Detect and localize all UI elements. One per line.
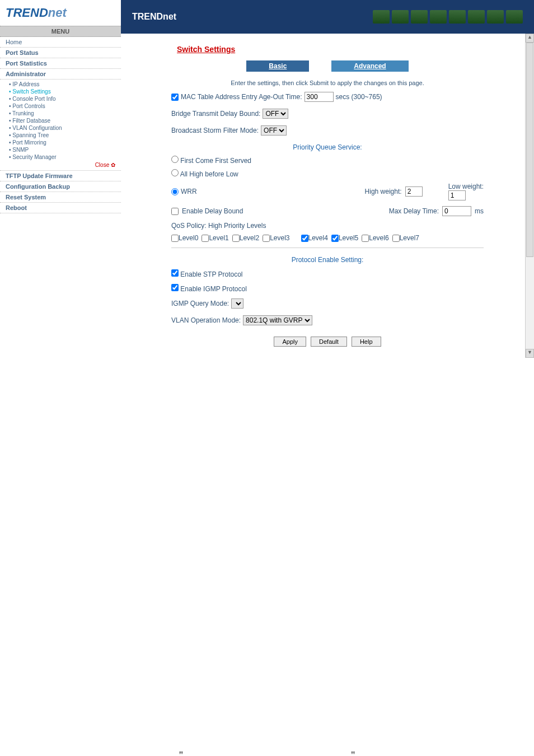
tabs-bar: Basic Advanced <box>154 60 500 72</box>
qos-levels-row: Level0 Level1 Level2 Level3 Level4 Level… <box>171 234 484 242</box>
mac-table-unit: secs (300~765) <box>336 93 382 101</box>
mac-table-row: MAC Table Address Entry Age-Out Time: se… <box>171 92 484 102</box>
mac-table-input[interactable] <box>305 92 334 102</box>
port-led-panel <box>373 10 523 24</box>
delay-bound-label: Enable Delay Bound <box>182 207 243 215</box>
igmp-query-select[interactable] <box>231 298 243 309</box>
default-button[interactable]: Default <box>311 337 347 347</box>
fcfs-label: First Come First Served <box>180 157 251 165</box>
igmp-query-row: IGMP Query Mode: <box>171 298 484 309</box>
allhigh-row: All High before Low <box>171 169 484 178</box>
apply-button[interactable]: Apply <box>274 337 306 347</box>
bridge-delay-label: Bridge Transmit Delay Bound: <box>171 110 260 118</box>
brand-logo: TRENDnet <box>0 0 121 26</box>
menu-home[interactable]: Home <box>0 37 121 48</box>
form-area: Enter the settings, then click Submit to… <box>154 80 500 347</box>
menu-header: MENU <box>0 26 121 37</box>
mac-table-label: MAC Table Address Entry Age-Out Time: <box>181 93 302 101</box>
level0-checkbox[interactable] <box>171 235 179 242</box>
mac-table-checkbox[interactable] <box>171 94 179 101</box>
qos-policy-label: QoS Policy: High Priority Levels <box>171 222 484 230</box>
low-weight-input[interactable] <box>448 190 466 200</box>
storm-filter-row: Broadcast Storm Filter Mode: OFF <box>171 125 484 136</box>
submenu-port-mirroring[interactable]: Port Mirroring <box>6 139 121 146</box>
submenu-filter-database[interactable]: Filter Database <box>6 117 121 124</box>
submenu-vlan-configuration[interactable]: VLAN Configuration <box>6 124 121 132</box>
high-weight-label: High weight: <box>365 188 402 195</box>
vertical-scrollbar[interactable]: ▲ ▼ <box>525 34 534 358</box>
submenu-console-port-info[interactable]: Console Port Info <box>6 95 121 102</box>
header-brand: TRENDnet <box>132 12 176 22</box>
level7-checkbox[interactable] <box>392 235 400 242</box>
menu-tftp-update[interactable]: TFTP Update Firmware <box>0 171 121 181</box>
submenu-port-controls[interactable]: Port Controls <box>6 102 121 110</box>
stp-row: Enable STP Protocol <box>171 269 484 278</box>
protocol-title: Protocol Enable Setting: <box>171 256 484 264</box>
max-delay-unit: ms <box>475 207 484 215</box>
level6-checkbox[interactable] <box>362 235 369 242</box>
menu-port-status[interactable]: Port Status <box>0 48 121 58</box>
menu-port-statistics[interactable]: Port Statistics <box>0 58 121 69</box>
scroll-thumb[interactable] <box>526 43 533 257</box>
admin-submenu: IP Address Switch Settings Console Port … <box>0 80 121 171</box>
level1-checkbox[interactable] <box>202 235 209 242</box>
igmp-checkbox[interactable] <box>171 284 179 291</box>
vlan-mode-select[interactable]: 802.1Q with GVRP <box>243 315 312 325</box>
allhigh-radio[interactable] <box>171 169 179 176</box>
menu-administrator[interactable]: Administrator <box>0 69 121 80</box>
igmp-query-label: IGMP Query Mode: <box>171 300 229 307</box>
allhigh-label: All High before Low <box>180 170 238 178</box>
storm-filter-select[interactable]: OFF <box>261 125 287 136</box>
scroll-up-icon[interactable]: ▲ <box>526 34 534 43</box>
submenu-close[interactable]: Close ✿ <box>6 161 121 169</box>
max-delay-input[interactable] <box>442 206 471 216</box>
main-area: TRENDnet Switch Settings Basic Advanced … <box>121 0 534 358</box>
low-weight-label: Low weight: <box>448 183 484 190</box>
wrr-label: WRR <box>181 188 197 195</box>
submenu-switch-settings[interactable]: Switch Settings <box>6 88 121 95</box>
vlan-mode-label: VLAN Operation Mode: <box>171 316 241 324</box>
submenu-trunking[interactable]: Trunking <box>6 110 121 117</box>
bridge-delay-row: Bridge Transmit Delay Bound: OFF <box>171 109 484 119</box>
igmp-label: Enable IGMP Protocol <box>180 285 247 293</box>
delay-bound-checkbox[interactable] <box>171 208 179 215</box>
sidebar: TRENDnet MENU Home Port Status Port Stat… <box>0 0 121 358</box>
submenu-ip-address[interactable]: IP Address <box>6 81 121 88</box>
storm-filter-label: Broadcast Storm Filter Mode: <box>171 127 259 134</box>
scroll-track[interactable] <box>526 43 534 349</box>
content-area: Switch Settings Basic Advanced Enter the… <box>121 34 534 358</box>
submenu-security-manager[interactable]: Security Manager <box>6 153 121 161</box>
wrr-radio[interactable] <box>171 188 179 195</box>
device-header: TRENDnet <box>121 0 534 34</box>
bridge-delay-select[interactable]: OFF <box>263 109 288 119</box>
priority-queue-title: Priority Queue Service: <box>171 143 484 151</box>
help-button[interactable]: Help <box>352 337 381 347</box>
scroll-down-icon[interactable]: ▼ <box>526 349 534 358</box>
buttons-row: Apply Default Help <box>171 337 484 347</box>
stp-label: Enable STP Protocol <box>180 270 242 278</box>
level5-checkbox[interactable] <box>331 235 339 242</box>
footer-quotes: "" <box>0 750 534 756</box>
instructions-text: Enter the settings, then click Submit to… <box>171 80 484 86</box>
delay-bound-row: Enable Delay Bound Max Delay Time: ms <box>171 206 484 216</box>
page-title: Switch Settings <box>177 45 500 54</box>
stp-checkbox[interactable] <box>171 269 179 277</box>
igmp-row: Enable IGMP Protocol <box>171 284 484 293</box>
tab-basic[interactable]: Basic <box>246 60 309 72</box>
submenu-spanning-tree[interactable]: Spanning Tree <box>6 132 121 139</box>
tab-advanced[interactable]: Advanced <box>331 60 408 72</box>
level3-checkbox[interactable] <box>263 235 270 242</box>
fcfs-radio[interactable] <box>171 156 179 163</box>
submenu-snmp[interactable]: SNMP <box>6 146 121 153</box>
fcfs-row: First Come First Served <box>171 156 484 165</box>
high-weight-input[interactable] <box>405 186 423 197</box>
page-container: TRENDnet MENU Home Port Status Port Stat… <box>0 0 534 358</box>
menu-config-backup[interactable]: Configuration Backup <box>0 181 121 192</box>
level2-checkbox[interactable] <box>232 235 240 242</box>
wrr-row: WRR High weight: Low weight: <box>171 183 484 200</box>
vlan-mode-row: VLAN Operation Mode: 802.1Q with GVRP <box>171 315 484 325</box>
menu-reboot[interactable]: Reboot <box>0 203 121 213</box>
level4-checkbox[interactable] <box>301 235 308 242</box>
max-delay-label: Max Delay Time: <box>389 207 439 215</box>
menu-reset-system[interactable]: Reset System <box>0 192 121 203</box>
